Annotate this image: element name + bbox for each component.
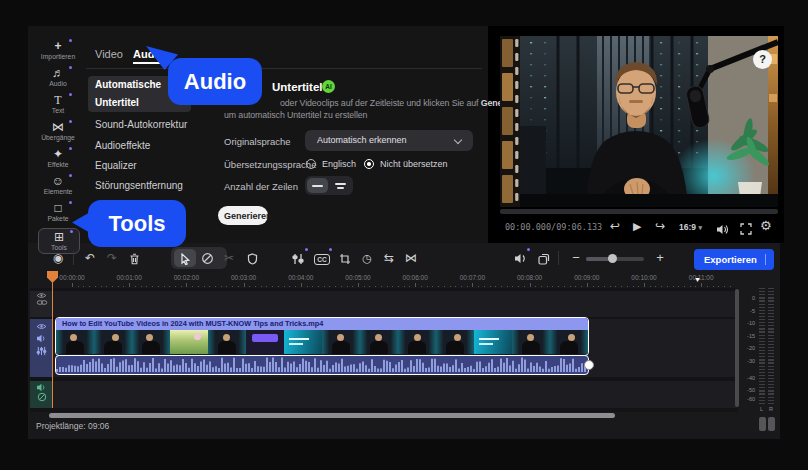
aspect-ratio-selector[interactable]: 16:9 ▾ <box>679 222 702 232</box>
ruler-major-tick <box>415 283 416 287</box>
meter-led <box>759 300 765 301</box>
radio-englisch-label[interactable]: Englisch <box>322 159 356 169</box>
eye-icon[interactable] <box>30 323 53 330</box>
sidebar-item-label: Elemente <box>38 188 78 195</box>
thumb-head <box>454 334 461 341</box>
transition-bowtie-icon[interactable]: ⋈ <box>401 248 421 268</box>
sidebar-item-pakete[interactable]: □ Pakete <box>38 202 78 222</box>
menu-item-audioeffekte[interactable]: Audioeffekte <box>88 137 188 155</box>
speaker-icon[interactable] <box>30 383 53 392</box>
timeline-zoom-slider[interactable] <box>586 257 644 261</box>
settings-title: Untertitel <box>272 81 322 93</box>
menu-item-sound-autokorrektur[interactable]: Sound-Autokorrektur <box>88 116 188 134</box>
fullscreen-icon[interactable] <box>740 221 752 239</box>
play-button[interactable]: ▶ <box>633 220 641 233</box>
meter-db-label: 0 <box>742 295 755 301</box>
two-lines-button[interactable] <box>330 178 351 193</box>
preview-progress-bar[interactable] <box>500 209 778 214</box>
ruler-minor-tick <box>278 286 279 287</box>
one-line-button[interactable] <box>307 178 328 193</box>
meter-led <box>768 338 774 339</box>
redo-icon[interactable]: ↷ <box>102 248 122 268</box>
meter-led <box>768 381 774 382</box>
copy-layers-icon[interactable] <box>534 248 554 268</box>
clip-title: How to Edit YouTube Videos in 2024 with … <box>56 318 588 330</box>
ruler-minor-tick <box>112 286 113 287</box>
marker-shield-icon[interactable] <box>242 248 262 268</box>
video-clip[interactable]: How to Edit YouTube Videos in 2024 with … <box>55 317 589 356</box>
track-mixer-icon[interactable] <box>30 346 53 356</box>
clip-end-handle[interactable] <box>584 360 594 370</box>
audio-waveform-clip[interactable] <box>55 355 589 375</box>
delete-icon[interactable] <box>124 248 144 268</box>
jump-forward-icon[interactable]: ↪ <box>655 219 665 233</box>
scissors-icon[interactable]: ✂ <box>219 248 239 268</box>
crop-icon[interactable] <box>335 248 355 268</box>
clip-thumbnail <box>246 330 284 354</box>
sidebar-item-effekte[interactable]: ✦ Effekte <box>38 148 78 168</box>
ruler-minor-tick <box>387 286 388 287</box>
clip-thumbnail <box>398 330 436 354</box>
vertical-scrollbar[interactable] <box>735 289 739 407</box>
eye-icon[interactable] <box>30 292 53 299</box>
audio-sync-icon[interactable] <box>510 248 530 268</box>
record-icon[interactable]: ◉ <box>48 248 68 268</box>
speaker-icon[interactable] <box>30 334 53 343</box>
tab-video[interactable]: Video <box>95 48 123 60</box>
link-icon[interactable] <box>30 299 53 306</box>
generate-button[interactable]: Generieren <box>218 206 268 225</box>
playhead-line[interactable] <box>52 282 54 408</box>
audio-levels-icon[interactable] <box>288 248 308 268</box>
clip-thumbnail <box>56 330 94 354</box>
subtitles-cc-icon[interactable]: CC <box>312 248 332 268</box>
sidebar-item-importieren[interactable]: + Importieren <box>38 40 78 60</box>
reverse-split-icon[interactable]: ⇆ <box>379 248 399 268</box>
zoom-in-button[interactable]: + <box>650 248 670 268</box>
preview-settings-gear-icon[interactable]: ⚙ <box>760 218 772 233</box>
text-icon: T <box>38 94 78 106</box>
sidebar-item-elemente[interactable]: ☺ Elemente <box>38 175 78 195</box>
meter-channel-label: R <box>769 406 773 412</box>
sidebar-item-audio[interactable]: ♬ Audio <box>38 67 78 87</box>
meter-led <box>759 294 765 295</box>
volume-icon[interactable] <box>716 221 729 239</box>
magnet-snap-icon[interactable] <box>197 248 217 268</box>
horizontal-scrollbar[interactable] <box>49 413 615 418</box>
slider-knob[interactable] <box>608 254 617 263</box>
ruler-minor-tick <box>570 286 571 287</box>
ruler-minor-tick <box>255 286 256 287</box>
radio-nicht-uebersetzen-label[interactable]: Nicht übersetzen <box>380 159 448 169</box>
video-preview-frame[interactable] <box>500 36 778 207</box>
zoom-out-button[interactable]: − <box>566 248 586 268</box>
thumb-body <box>332 341 350 354</box>
sidebar-item-uebergaenge[interactable]: ⋈ Übergänge <box>38 121 78 141</box>
export-button[interactable]: Exportieren▼ <box>694 249 774 270</box>
unlink-icon[interactable] <box>30 392 53 402</box>
track1-lane[interactable] <box>53 291 737 317</box>
video-editor-window: + Importieren ♬ Audio T Text ⋈ Übergänge… <box>0 0 808 470</box>
ruler-label: 00:02:00 <box>164 274 208 281</box>
ruler-minor-tick <box>684 286 685 287</box>
clip-thumbnail <box>94 330 132 354</box>
undo-icon[interactable]: ↶ <box>80 248 100 268</box>
one-line-icon <box>312 185 323 187</box>
menu-item-equalizer[interactable]: Equalizer <box>88 157 188 175</box>
meter-led <box>768 372 774 373</box>
settings-description-line1: oder Videoclips auf der Zeitleiste und k… <box>280 98 529 108</box>
thumb-head <box>337 334 344 341</box>
timeline-ruler[interactable]: 00:00:0000:01:0000:02:0000:03:0000:04:00… <box>30 271 737 288</box>
original-language-dropdown[interactable]: Automatisch erkennen <box>305 130 473 151</box>
ruler-minor-tick <box>341 286 342 287</box>
track3-lane[interactable] <box>53 381 737 408</box>
help-button[interactable]: ? <box>753 50 772 69</box>
speed-clock-icon[interactable]: ◷ <box>357 248 377 268</box>
cursor-tool-icon[interactable] <box>175 248 195 268</box>
ruler-minor-tick <box>638 286 639 287</box>
jump-back-icon[interactable]: ↩ <box>610 219 620 233</box>
radio-nicht-uebersetzen[interactable] <box>364 159 374 169</box>
ruler-minor-tick <box>558 286 559 287</box>
sidebar-item-text[interactable]: T Text <box>38 94 78 114</box>
menu-item-stoerungsentfernung[interactable]: Störungsentfernung <box>88 177 188 195</box>
radio-englisch[interactable] <box>306 159 316 169</box>
lines-count-group <box>305 176 353 195</box>
